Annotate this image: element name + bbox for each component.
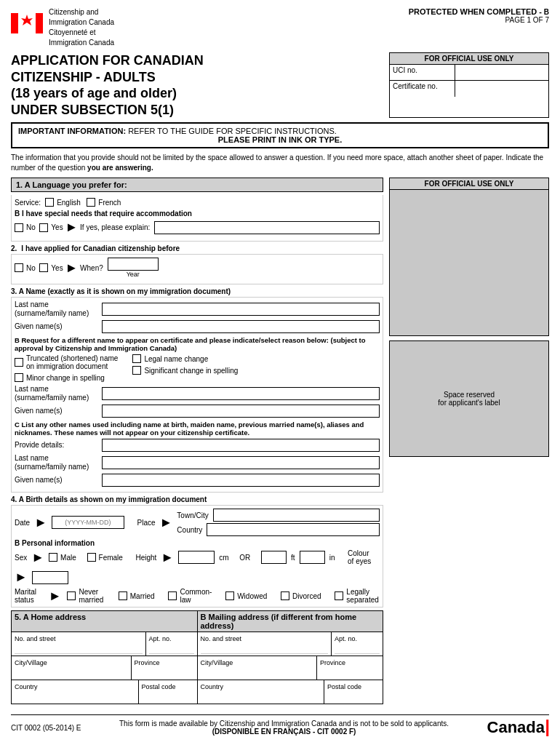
mail-street-cell: No. and street [198,632,332,656]
mail-country-input[interactable] [201,690,321,702]
s2-yes-option[interactable]: Yes [39,263,63,272]
right-official-header: FOR OFFICIAL USE ONLY [390,178,548,190]
significant-spelling-option[interactable]: Significant change in spelling [132,366,238,375]
truncated-checkbox[interactable] [15,358,23,367]
last-name-row-3b: Last name(surname/family name) [15,385,380,402]
given-name-input-3c[interactable] [102,474,380,487]
last-name-label-3c: Last name(surname/family name) [15,454,102,471]
legal-change-label: Legal name change [144,355,208,363]
home-apt-input[interactable] [149,642,194,654]
married-option[interactable]: Married [119,591,155,600]
s2-no-label: No [26,264,36,272]
french-option[interactable]: French [87,198,121,207]
home-postal-cell: Postal code [139,680,197,704]
mail-apt-input[interactable] [335,642,380,654]
protected-text: PROTECTED WHEN COMPLETED - B [409,7,549,16]
last-name-label-3b: Last name(surname/family name) [15,385,102,402]
last-name-row-3a: Last name(surname/family name) [15,300,380,318]
legal-change-checkbox[interactable] [132,354,141,363]
common-law-checkbox[interactable] [168,591,177,600]
legally-separated-label: Legally separated [346,588,380,604]
official-use-box-top: FOR OFFICIAL USE ONLY UCI no. Certificat… [389,52,549,118]
year-label: Year [127,271,140,278]
eye-colour-input[interactable] [32,571,68,584]
height-cm-input[interactable] [178,551,215,564]
yes-option[interactable]: Yes [39,223,63,232]
home-province-input[interactable] [135,666,194,678]
divorced-checkbox[interactable] [281,591,289,600]
home-city-input[interactable] [15,666,128,678]
widowed-label: Widowed [237,592,267,600]
s2-no-checkbox[interactable] [15,263,23,272]
given-name-input-3a[interactable] [102,320,380,333]
mail-street-label: No. and street [201,635,242,642]
no-option[interactable]: No [15,223,36,232]
mail-province-input[interactable] [320,666,380,678]
height-in-input[interactable] [300,551,325,564]
footer-french-notice: (DISPONIBLE EN FRANÇAIS - CIT 0002 F) [81,728,487,736]
mail-country-label: Country [201,683,224,690]
birth-date-row: Date ► Place ► Town/City Coun [15,509,380,536]
s2-yes-checkbox[interactable] [39,263,48,272]
citizenship-before-row: No Yes ► When? Year [15,258,380,278]
height-ft-input[interactable] [261,551,287,564]
never-married-checkbox[interactable] [67,591,76,600]
truncated-option[interactable]: Truncated (shortened) nameon immigration… [15,354,118,370]
mail-postal-label: Postal code [327,683,361,690]
french-checkbox[interactable] [87,198,95,207]
last-name-input-3c[interactable] [102,456,380,469]
female-option[interactable]: Female [87,553,123,562]
mail-street-input[interactable] [201,642,329,654]
minor-spelling-checkbox[interactable] [15,373,23,382]
town-input[interactable] [213,509,380,522]
country-input[interactable] [207,523,380,536]
s2-no-option[interactable]: No [15,263,36,272]
if-yes-input[interactable] [154,221,380,234]
male-checkbox[interactable] [49,553,57,562]
height-label: Height [135,554,156,562]
mail-postal-input[interactable] [327,690,380,702]
home-country-input[interactable] [15,690,135,702]
mail-province-label: Province [320,659,345,666]
colour-eyes-label: Colour of eyes [348,549,371,565]
last-name-input-3b[interactable] [102,387,380,400]
legally-separated-checkbox[interactable] [335,591,343,600]
female-checkbox[interactable] [87,553,96,562]
year-input[interactable] [108,258,159,271]
home-postal-input[interactable] [142,690,194,702]
given-name-input-3b[interactable] [102,405,380,418]
never-married-option[interactable]: Never married [67,588,105,604]
certificate-value[interactable] [455,81,548,97]
date-input[interactable] [52,516,124,529]
male-label: Male [60,554,76,562]
no-checkbox[interactable] [15,223,23,232]
mail-city-input[interactable] [201,666,314,678]
last-name-input-3a[interactable] [102,303,380,316]
official-box-header: FOR OFFICIAL USE ONLY [390,53,548,65]
important-info-box: IMPORTANT INFORMATION: REFER TO THE GUID… [11,122,549,148]
legal-change-option[interactable]: Legal name change [132,354,238,363]
married-checkbox[interactable] [119,591,127,600]
form-number: CIT 0002 (05-2014) E [11,724,81,732]
home-country-cell: Country [12,680,139,704]
provide-details-input[interactable] [102,439,380,452]
ft-label: ft [291,554,295,562]
common-law-option[interactable]: Common-law [168,588,212,604]
english-option[interactable]: English [45,198,81,207]
home-street-input[interactable] [15,642,143,654]
yes-checkbox[interactable] [39,223,48,232]
home-province-cell: Province [132,656,197,680]
widowed-option[interactable]: Widowed [225,591,267,600]
minor-spelling-option[interactable]: Minor change in spelling [15,373,118,382]
significant-spelling-checkbox[interactable] [132,366,141,375]
divorced-option[interactable]: Divorced [281,591,321,600]
male-option[interactable]: Male [49,553,76,562]
mail-row3: Country Postal code [198,680,383,704]
widowed-checkbox[interactable] [225,591,234,600]
when-label: When? [80,264,103,272]
english-checkbox[interactable] [45,198,54,207]
french-label: French [98,199,121,207]
uci-value[interactable] [455,65,548,80]
home-row2: City/Village Province [12,656,197,680]
legally-separated-option[interactable]: Legally separated [335,588,380,604]
